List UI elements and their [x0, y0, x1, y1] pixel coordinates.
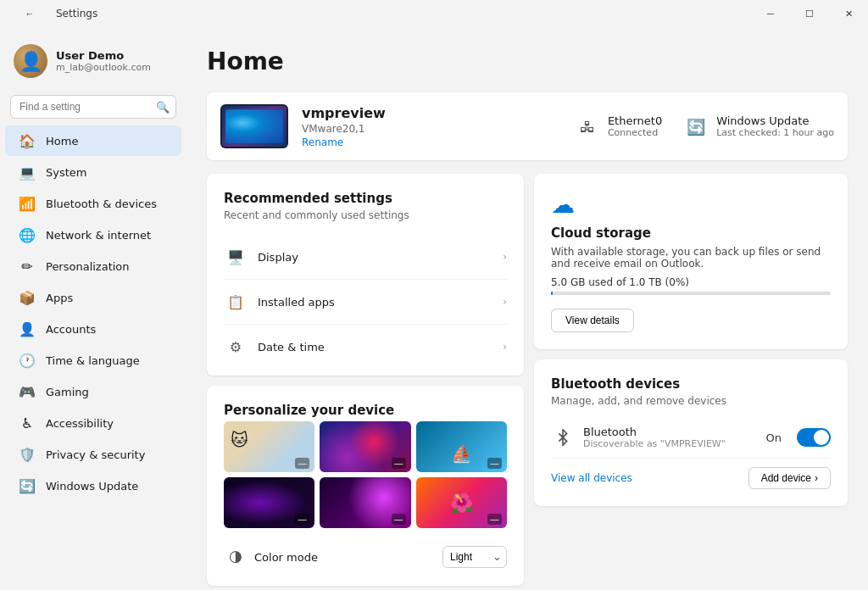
device-card: vmpreview VMware20,1 Rename 🖧 Ethernet0 … [207, 92, 848, 160]
color-mode-select[interactable]: Light Dark Custom [442, 546, 507, 568]
nav-icon-home: 🏠 [19, 132, 36, 149]
add-device-button[interactable]: Add device › [748, 467, 831, 489]
nav-label-gaming: Gaming [46, 386, 89, 398]
cloud-storage-card: ☁️ Cloud storage With available storage,… [534, 174, 848, 349]
nav-label-apps: Apps [46, 292, 73, 304]
device-thumbnail-inner [222, 106, 287, 147]
setting-rows: 🖥️ Display › 📋 Installed apps › ⚙️ Date … [224, 235, 507, 359]
user-name: User Demo [56, 49, 151, 62]
app-title: Settings [56, 8, 97, 19]
avatar [14, 44, 47, 78]
ethernet-icon: 🖧 [574, 113, 601, 140]
left-col: Recommended settings Recent and commonly… [207, 174, 524, 586]
setting-row-1[interactable]: 📋 Installed apps › [224, 280, 507, 325]
windows-update-label: Windows Update [716, 114, 834, 127]
setting-label-0: Display [258, 251, 492, 264]
nav-icon-time: 🕐 [19, 352, 36, 369]
nav-list: 🏠 Home 💻 System 📶 Bluetooth & devices 🌐 … [0, 125, 186, 501]
recommended-card: Recommended settings Recent and commonly… [207, 174, 524, 376]
nav-label-system: System [46, 166, 86, 179]
nav-icon-privacy: 🛡️ [19, 446, 36, 463]
sidebar-item-gaming[interactable]: 🎮 Gaming [5, 376, 181, 407]
app-container: User Demo m_lab@outlook.com 🔍 🏠 Home 💻 S… [0, 27, 868, 590]
windows-update-icon: 🔄 [682, 113, 709, 140]
setting-row-2[interactable]: ⚙️ Date & time › [224, 325, 507, 359]
storage-fill [551, 292, 553, 295]
view-details-button[interactable]: View details [551, 309, 634, 332]
device-thumbnail [220, 104, 288, 148]
wallpaper-1[interactable] [224, 421, 314, 472]
wallpaper-2[interactable] [320, 421, 410, 472]
nav-icon-network: 🌐 [19, 226, 36, 243]
nav-label-accessibility: Accessibility [46, 417, 114, 430]
titlebar: ← Settings ─ ☐ ✕ [0, 0, 868, 27]
nav-label-network: Network & internet [46, 229, 151, 242]
setting-chevron-0: › [503, 251, 507, 263]
sidebar: User Demo m_lab@outlook.com 🔍 🏠 Home 💻 S… [0, 27, 186, 590]
maximize-button[interactable]: ☐ [790, 0, 829, 27]
nav-label-privacy: Privacy & security [46, 448, 145, 461]
bluetooth-info: Bluetooth Discoverable as "VMPREVIEW" [583, 426, 758, 449]
wallpaper-6[interactable] [416, 477, 507, 528]
setting-row-0[interactable]: 🖥️ Display › [224, 235, 507, 280]
ethernet-label: Ethernet0 [608, 114, 662, 127]
setting-chevron-2: › [503, 341, 507, 353]
device-desc: VMware20,1 [302, 123, 560, 135]
sidebar-item-system[interactable]: 💻 System [5, 157, 181, 187]
recommended-subtitle: Recent and commonly used settings [224, 209, 507, 221]
sidebar-item-network[interactable]: 🌐 Network & internet [5, 220, 181, 250]
nav-icon-accounts: 👤 [19, 320, 36, 337]
minimize-button[interactable]: ─ [751, 0, 790, 27]
bluetooth-device-name: Bluetooth [583, 426, 758, 438]
sidebar-item-privacy[interactable]: 🛡️ Privacy & security [5, 439, 181, 470]
main-content: Home vmpreview VMware20,1 Rename 🖧 Ether… [186, 27, 868, 590]
search-box: 🔍 [10, 95, 176, 119]
ethernet-sublabel: Connected [608, 127, 662, 138]
right-col: ☁️ Cloud storage With available storage,… [534, 174, 848, 586]
two-col-layout: Recommended settings Recent and commonly… [207, 174, 848, 586]
bluetooth-footer: View all devices Add device › [551, 459, 831, 489]
sidebar-item-windows-update[interactable]: 🔄 Windows Update [5, 470, 181, 501]
windows-update-text: Windows Update Last checked: 1 hour ago [716, 114, 834, 138]
sidebar-item-home[interactable]: 🏠 Home [5, 125, 181, 156]
color-mode-icon: 🌗 [224, 545, 248, 569]
wallpaper-5[interactable] [320, 477, 410, 528]
bluetooth-toggle[interactable] [797, 428, 831, 447]
wallpaper-4[interactable] [224, 477, 314, 528]
nav-icon-bluetooth: 📶 [19, 195, 36, 212]
nav-label-bluetooth: Bluetooth & devices [46, 198, 157, 210]
search-icon: 🔍 [156, 101, 170, 114]
bluetooth-icon [551, 426, 575, 449]
search-input[interactable] [10, 95, 176, 119]
storage-bar-wrap: 5.0 GB used of 1.0 TB (0%) [551, 276, 831, 295]
nav-label-time: Time & language [46, 354, 140, 367]
setting-chevron-1: › [503, 296, 507, 308]
bluetooth-row: Bluetooth Discoverable as "VMPREVIEW" On [551, 417, 831, 459]
sidebar-item-bluetooth[interactable]: 📶 Bluetooth & devices [5, 188, 181, 219]
nav-icon-personalization: ✏️ [19, 258, 36, 275]
bluetooth-device-desc: Discoverable as "VMPREVIEW" [583, 438, 758, 449]
sidebar-item-accounts[interactable]: 👤 Accounts [5, 314, 181, 344]
wallpaper-3[interactable] [416, 421, 507, 472]
setting-label-1: Installed apps [258, 296, 492, 309]
setting-icon-2: ⚙️ [224, 335, 248, 359]
cloud-icon: ☁️ [551, 191, 831, 219]
sidebar-item-personalization[interactable]: ✏️ Personalization [5, 251, 181, 281]
page-title: Home [207, 47, 848, 75]
view-all-devices-link[interactable]: View all devices [551, 472, 632, 484]
nav-label-personalization: Personalization [46, 260, 130, 273]
back-button[interactable]: ← [10, 0, 49, 27]
sidebar-item-accessibility[interactable]: ♿ Accessibility [5, 408, 181, 438]
ethernet-status: 🖧 Ethernet0 Connected [574, 113, 662, 140]
bluetooth-card-subtitle: Manage, add, and remove devices [551, 395, 831, 407]
personalize-card: Personalize your device 🌗 Color mode [207, 386, 524, 586]
close-button[interactable]: ✕ [829, 0, 868, 27]
rename-link[interactable]: Rename [302, 136, 343, 148]
setting-icon-0: 🖥️ [224, 245, 248, 269]
ethernet-text: Ethernet0 Connected [608, 114, 662, 138]
storage-text: 5.0 GB used of 1.0 TB (0%) [551, 276, 831, 288]
user-info: User Demo m_lab@outlook.com [56, 49, 151, 73]
add-device-group: Add device › [748, 467, 831, 489]
sidebar-item-time[interactable]: 🕐 Time & language [5, 345, 181, 376]
sidebar-item-apps[interactable]: 📦 Apps [5, 282, 181, 313]
